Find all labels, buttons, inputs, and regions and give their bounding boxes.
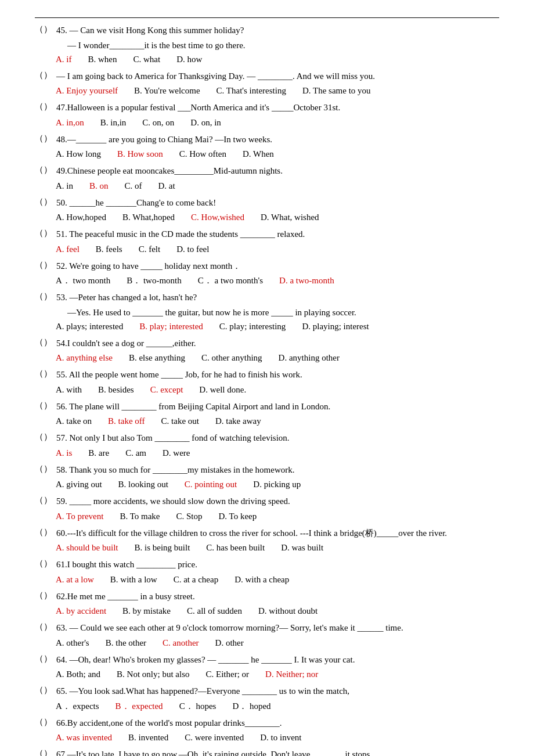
paren-open: （	[35, 431, 44, 442]
option-B: B. To make	[120, 509, 160, 523]
paren-open: （	[35, 196, 44, 207]
paren-close: ）	[44, 368, 56, 379]
question-block-59: （ ） 59. _____ more accidents, we should …	[35, 495, 499, 523]
question-text: 51. The peaceful music in the CD made th…	[56, 228, 499, 241]
question-line: （ ） 65. —You look sad.What has happened?…	[35, 685, 499, 698]
paren-close: ）	[44, 24, 56, 35]
option-C: C. on, on	[142, 116, 174, 129]
question-block-45: （ ） 45. — Can we visit Hong Kong this su…	[35, 24, 499, 66]
paren-close: ）	[44, 291, 56, 302]
paren-open: （	[35, 291, 44, 302]
option-A: A. feel	[56, 242, 80, 256]
option-B: B. You're welcome	[134, 84, 200, 98]
options-line: A. plays; interestedB. play; interestedC…	[35, 319, 499, 333]
option-B: B. is being built	[135, 541, 190, 555]
question-line: （ ） 56. The plane will ________ from Bei…	[35, 400, 499, 413]
option-D: D. was built	[281, 541, 323, 555]
paren-open: （	[35, 133, 44, 144]
paren-close: ）	[44, 196, 56, 207]
paren-open: （	[35, 685, 44, 696]
paren-open: （	[35, 463, 44, 474]
paren-open: （	[35, 527, 44, 538]
sub-line: — I wonder________it is the best time to…	[35, 38, 499, 52]
question-block-52: （ ） 52. We're going to have _____ holida…	[35, 260, 499, 288]
paren-open: （	[35, 590, 44, 601]
options-line: A. How longB. How soonC. How oftenD. Whe…	[35, 147, 499, 161]
question-text: 56. The plane will ________ from Beijing…	[56, 400, 499, 413]
question-line: （ ） 59. _____ more accidents, we should …	[35, 495, 499, 508]
options-line: A. ifB. whenC. whatD. how	[35, 52, 499, 66]
paren-close: ）	[44, 164, 56, 175]
question-block-66: （ ） 66.By accident,one of the world's mo…	[35, 717, 499, 745]
option-C: C. what	[134, 52, 161, 66]
options-line: A. inB. onC. ofD. at	[35, 179, 499, 193]
paren-open: （	[35, 101, 44, 112]
paren-close: ）	[44, 685, 56, 696]
question-line: （ ） 63. — Could we see each other at 9 o…	[35, 621, 499, 635]
option-D: D. To keep	[219, 509, 257, 523]
option-B: B． expected	[116, 699, 163, 713]
option-D: D. When	[243, 147, 274, 161]
question-text: 55. All the people went home _____ Job, …	[56, 368, 499, 381]
options-line: A. Enjoy yourselfB. You're welcomeC. Tha…	[35, 84, 499, 98]
option-C: C. take out	[161, 414, 199, 428]
question-line: （ ） — I am going back to America for Tha…	[35, 70, 499, 83]
options-line: A. giving outB. looking outC. pointing o…	[35, 477, 499, 491]
question-block-49: （ ） 49.Chinese people eat mooncakes_____…	[35, 164, 499, 193]
option-B: B. in,in	[100, 116, 127, 129]
option-A: A. take on	[56, 414, 92, 428]
question-block-54: （ ） 54.I couldn't see a dog or ______,ei…	[35, 337, 499, 365]
question-line: （ ） 66.By accident,one of the world's mo…	[35, 717, 499, 730]
option-D: D. to feel	[176, 242, 209, 256]
option-C: C. Stop	[176, 509, 203, 523]
questions-container: （ ） 45. — Can we visit Hong Kong this su…	[35, 24, 499, 756]
question-line: （ ） 55. All the people went home _____ J…	[35, 368, 499, 381]
option-B: B. when	[88, 52, 117, 66]
option-D: D. on, in	[190, 116, 221, 129]
paren-close: ）	[44, 621, 56, 632]
option-C: C. another	[163, 636, 199, 650]
options-line: A. To preventB. To makeC. StopD. To keep	[35, 509, 499, 523]
paren-open: （	[35, 70, 44, 81]
question-text: — I am going back to America for Thanksg…	[56, 70, 499, 83]
option-C: C. other anything	[201, 351, 262, 365]
question-text: 58. Thank you so much for ________my mis…	[56, 463, 499, 477]
option-A: A. by accident	[56, 604, 106, 618]
option-D: D. The same to you	[302, 84, 371, 98]
option-B: B. the other	[106, 636, 146, 650]
option-A: A. plays; interested	[56, 319, 123, 333]
question-line: （ ） 48.—_______ are you going to Chiang …	[35, 133, 499, 146]
option-D: D. take away	[215, 414, 261, 428]
option-A: A. should be built	[56, 541, 118, 555]
option-C: C. Either; or	[206, 667, 250, 681]
option-B: B. invented	[128, 730, 168, 744]
question-block-63: （ ） 63. — Could we see each other at 9 o…	[35, 621, 499, 650]
question-block-48: （ ） 48.—_______ are you going to Chiang …	[35, 133, 499, 161]
paren-close: ）	[44, 70, 56, 81]
paren-close: ）	[44, 717, 56, 728]
options-line: A. other'sB. the otherC. anotherD. other	[35, 636, 499, 650]
option-D: D. Neither; nor	[265, 667, 318, 681]
options-line: A． two monthB． two-monthC． a two month's…	[35, 273, 499, 287]
question-line: （ ） 58. Thank you so much for ________my…	[35, 463, 499, 477]
option-A: A. anything else	[56, 351, 113, 365]
question-text: 60.---It's difficult for the village chi…	[56, 527, 499, 540]
paren-open: （	[35, 337, 44, 348]
option-D: D. What, wished	[261, 210, 319, 224]
option-D: D. anything other	[279, 351, 340, 365]
paren-close: ）	[44, 260, 56, 271]
paren-open: （	[35, 164, 44, 175]
option-C: C. were invented	[185, 730, 244, 744]
question-block-57: （ ） 57. Not only I but also Tom ________…	[35, 431, 499, 460]
question-line: （ ） 60.---It's difficult for the village…	[35, 527, 499, 540]
paren-close: ）	[44, 748, 56, 756]
option-A: A. giving out	[56, 477, 102, 491]
option-C: C. How,wished	[191, 210, 244, 224]
paren-open: （	[35, 228, 44, 239]
question-line: （ ） 62.He met me _______ in a busy stree…	[35, 590, 499, 603]
question-text: 49.Chinese people eat mooncakes_________…	[56, 164, 499, 178]
question-block-47: （ ） 47.Halloween is a popular festival _…	[35, 101, 499, 129]
question-block-51: （ ） 51. The peaceful music in the CD mad…	[35, 228, 499, 256]
option-A: A． two month	[56, 273, 110, 287]
paren-open: （	[35, 368, 44, 379]
